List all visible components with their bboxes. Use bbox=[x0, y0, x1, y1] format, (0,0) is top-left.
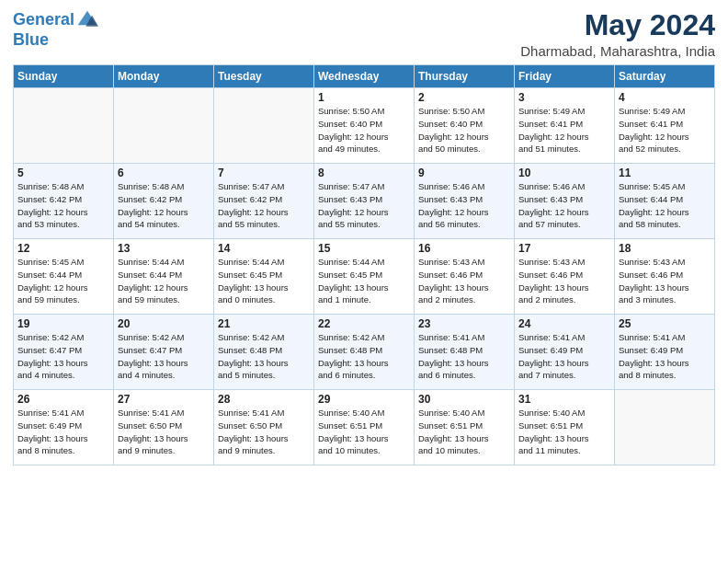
day-number: 18 bbox=[619, 242, 711, 255]
calendar-cell bbox=[214, 88, 314, 164]
calendar-cell: 3Sunrise: 5:49 AM Sunset: 6:41 PM Daylig… bbox=[515, 88, 615, 164]
logo-text: General bbox=[13, 11, 74, 29]
day-number: 14 bbox=[218, 242, 310, 255]
logo-blue-text: Blue bbox=[13, 31, 98, 50]
calendar-cell bbox=[14, 88, 114, 164]
calendar-container: General Blue May 2024 Dharmabad, Maharas… bbox=[0, 0, 728, 473]
calendar-cell: 5Sunrise: 5:48 AM Sunset: 6:42 PM Daylig… bbox=[14, 164, 114, 239]
day-number: 13 bbox=[118, 242, 210, 255]
day-info: Sunrise: 5:42 AM Sunset: 6:48 PM Dayligh… bbox=[218, 331, 310, 382]
day-info: Sunrise: 5:43 AM Sunset: 6:46 PM Dayligh… bbox=[418, 256, 510, 306]
calendar-cell: 13Sunrise: 5:44 AM Sunset: 6:44 PM Dayli… bbox=[114, 239, 214, 315]
day-info: Sunrise: 5:42 AM Sunset: 6:48 PM Dayligh… bbox=[318, 331, 410, 382]
day-info: Sunrise: 5:40 AM Sunset: 6:51 PM Dayligh… bbox=[518, 407, 610, 457]
weekday-header-tuesday: Tuesday bbox=[214, 65, 314, 88]
calendar-cell: 2Sunrise: 5:50 AM Sunset: 6:40 PM Daylig… bbox=[415, 88, 515, 164]
calendar-cell: 9Sunrise: 5:46 AM Sunset: 6:43 PM Daylig… bbox=[415, 164, 515, 239]
day-number: 1 bbox=[318, 91, 410, 104]
calendar-cell bbox=[615, 390, 715, 465]
day-number: 20 bbox=[118, 317, 210, 330]
calendar-cell: 31Sunrise: 5:40 AM Sunset: 6:51 PM Dayli… bbox=[515, 390, 615, 465]
day-number: 27 bbox=[118, 393, 210, 406]
day-info: Sunrise: 5:42 AM Sunset: 6:47 PM Dayligh… bbox=[17, 331, 109, 382]
day-info: Sunrise: 5:47 AM Sunset: 6:42 PM Dayligh… bbox=[218, 180, 310, 231]
calendar-week-row: 5Sunrise: 5:48 AM Sunset: 6:42 PM Daylig… bbox=[14, 164, 715, 239]
day-info: Sunrise: 5:47 AM Sunset: 6:43 PM Dayligh… bbox=[318, 180, 410, 231]
day-info: Sunrise: 5:42 AM Sunset: 6:47 PM Dayligh… bbox=[118, 331, 210, 382]
calendar-week-row: 12Sunrise: 5:45 AM Sunset: 6:44 PM Dayli… bbox=[14, 239, 715, 315]
title-block: May 2024 Dharmabad, Maharashtra, India bbox=[520, 9, 715, 59]
calendar-week-row: 19Sunrise: 5:42 AM Sunset: 6:47 PM Dayli… bbox=[14, 315, 715, 390]
calendar-cell: 8Sunrise: 5:47 AM Sunset: 6:43 PM Daylig… bbox=[314, 164, 415, 239]
calendar-cell: 28Sunrise: 5:41 AM Sunset: 6:50 PM Dayli… bbox=[214, 390, 314, 465]
day-info: Sunrise: 5:44 AM Sunset: 6:44 PM Dayligh… bbox=[118, 256, 210, 306]
day-number: 16 bbox=[418, 242, 510, 255]
day-info: Sunrise: 5:41 AM Sunset: 6:50 PM Dayligh… bbox=[218, 407, 310, 457]
day-number: 24 bbox=[518, 317, 610, 330]
day-info: Sunrise: 5:46 AM Sunset: 6:43 PM Dayligh… bbox=[518, 180, 610, 231]
location-subtitle: Dharmabad, Maharashtra, India bbox=[520, 43, 715, 59]
day-number: 3 bbox=[518, 91, 610, 104]
calendar-cell: 29Sunrise: 5:40 AM Sunset: 6:51 PM Dayli… bbox=[314, 390, 415, 465]
day-info: Sunrise: 5:50 AM Sunset: 6:40 PM Dayligh… bbox=[318, 105, 410, 155]
calendar-cell: 22Sunrise: 5:42 AM Sunset: 6:48 PM Dayli… bbox=[314, 315, 415, 390]
day-number: 2 bbox=[418, 91, 510, 104]
calendar-cell: 14Sunrise: 5:44 AM Sunset: 6:45 PM Dayli… bbox=[214, 239, 314, 315]
calendar-cell: 21Sunrise: 5:42 AM Sunset: 6:48 PM Dayli… bbox=[214, 315, 314, 390]
calendar-cell: 18Sunrise: 5:43 AM Sunset: 6:46 PM Dayli… bbox=[615, 239, 715, 315]
calendar-cell: 15Sunrise: 5:44 AM Sunset: 6:45 PM Dayli… bbox=[314, 239, 415, 315]
day-number: 22 bbox=[318, 317, 410, 330]
calendar-cell: 20Sunrise: 5:42 AM Sunset: 6:47 PM Dayli… bbox=[114, 315, 214, 390]
calendar-week-row: 26Sunrise: 5:41 AM Sunset: 6:49 PM Dayli… bbox=[14, 390, 715, 465]
day-info: Sunrise: 5:41 AM Sunset: 6:49 PM Dayligh… bbox=[619, 331, 711, 382]
calendar-cell: 10Sunrise: 5:46 AM Sunset: 6:43 PM Dayli… bbox=[515, 164, 615, 239]
calendar-cell: 19Sunrise: 5:42 AM Sunset: 6:47 PM Dayli… bbox=[14, 315, 114, 390]
day-info: Sunrise: 5:43 AM Sunset: 6:46 PM Dayligh… bbox=[619, 256, 711, 306]
day-number: 31 bbox=[518, 393, 610, 406]
day-number: 10 bbox=[518, 167, 610, 179]
day-number: 21 bbox=[218, 317, 310, 330]
day-info: Sunrise: 5:48 AM Sunset: 6:42 PM Dayligh… bbox=[17, 180, 109, 231]
day-info: Sunrise: 5:41 AM Sunset: 6:50 PM Dayligh… bbox=[118, 407, 210, 457]
calendar-week-row: 1Sunrise: 5:50 AM Sunset: 6:40 PM Daylig… bbox=[14, 88, 715, 164]
day-number: 6 bbox=[118, 167, 210, 179]
weekday-header-sunday: Sunday bbox=[14, 65, 114, 88]
weekday-header-friday: Friday bbox=[515, 65, 615, 88]
calendar-cell: 11Sunrise: 5:45 AM Sunset: 6:44 PM Dayli… bbox=[615, 164, 715, 239]
day-info: Sunrise: 5:44 AM Sunset: 6:45 PM Dayligh… bbox=[318, 256, 410, 306]
calendar-cell: 27Sunrise: 5:41 AM Sunset: 6:50 PM Dayli… bbox=[114, 390, 214, 465]
calendar-cell: 6Sunrise: 5:48 AM Sunset: 6:42 PM Daylig… bbox=[114, 164, 214, 239]
weekday-header-thursday: Thursday bbox=[415, 65, 515, 88]
day-info: Sunrise: 5:45 AM Sunset: 6:44 PM Dayligh… bbox=[619, 180, 711, 231]
day-info: Sunrise: 5:49 AM Sunset: 6:41 PM Dayligh… bbox=[518, 105, 610, 155]
day-number: 30 bbox=[418, 393, 510, 406]
calendar-header: General Blue May 2024 Dharmabad, Maharas… bbox=[13, 9, 715, 59]
day-number: 28 bbox=[218, 393, 310, 406]
day-number: 23 bbox=[418, 317, 510, 330]
day-info: Sunrise: 5:40 AM Sunset: 6:51 PM Dayligh… bbox=[318, 407, 410, 457]
day-info: Sunrise: 5:44 AM Sunset: 6:45 PM Dayligh… bbox=[218, 256, 310, 306]
day-info: Sunrise: 5:45 AM Sunset: 6:44 PM Dayligh… bbox=[17, 256, 109, 306]
day-number: 12 bbox=[17, 242, 109, 255]
weekday-header-row: SundayMondayTuesdayWednesdayThursdayFrid… bbox=[14, 65, 715, 88]
logo: General Blue bbox=[13, 9, 98, 50]
day-number: 25 bbox=[619, 317, 711, 330]
day-number: 29 bbox=[318, 393, 410, 406]
day-info: Sunrise: 5:40 AM Sunset: 6:51 PM Dayligh… bbox=[418, 407, 510, 457]
calendar-cell: 26Sunrise: 5:41 AM Sunset: 6:49 PM Dayli… bbox=[14, 390, 114, 465]
calendar-cell: 16Sunrise: 5:43 AM Sunset: 6:46 PM Dayli… bbox=[415, 239, 515, 315]
day-info: Sunrise: 5:49 AM Sunset: 6:41 PM Dayligh… bbox=[619, 105, 711, 155]
calendar-cell: 7Sunrise: 5:47 AM Sunset: 6:42 PM Daylig… bbox=[214, 164, 314, 239]
calendar-cell: 30Sunrise: 5:40 AM Sunset: 6:51 PM Dayli… bbox=[415, 390, 515, 465]
day-info: Sunrise: 5:50 AM Sunset: 6:40 PM Dayligh… bbox=[418, 105, 510, 155]
day-number: 11 bbox=[619, 167, 711, 179]
day-info: Sunrise: 5:43 AM Sunset: 6:46 PM Dayligh… bbox=[518, 256, 610, 306]
day-number: 9 bbox=[418, 167, 510, 179]
day-info: Sunrise: 5:41 AM Sunset: 6:49 PM Dayligh… bbox=[518, 331, 610, 382]
logo-icon bbox=[76, 9, 98, 31]
calendar-cell: 24Sunrise: 5:41 AM Sunset: 6:49 PM Dayli… bbox=[515, 315, 615, 390]
calendar-cell: 17Sunrise: 5:43 AM Sunset: 6:46 PM Dayli… bbox=[515, 239, 615, 315]
day-number: 4 bbox=[619, 91, 711, 104]
day-number: 8 bbox=[318, 167, 410, 179]
day-info: Sunrise: 5:41 AM Sunset: 6:49 PM Dayligh… bbox=[17, 407, 109, 457]
